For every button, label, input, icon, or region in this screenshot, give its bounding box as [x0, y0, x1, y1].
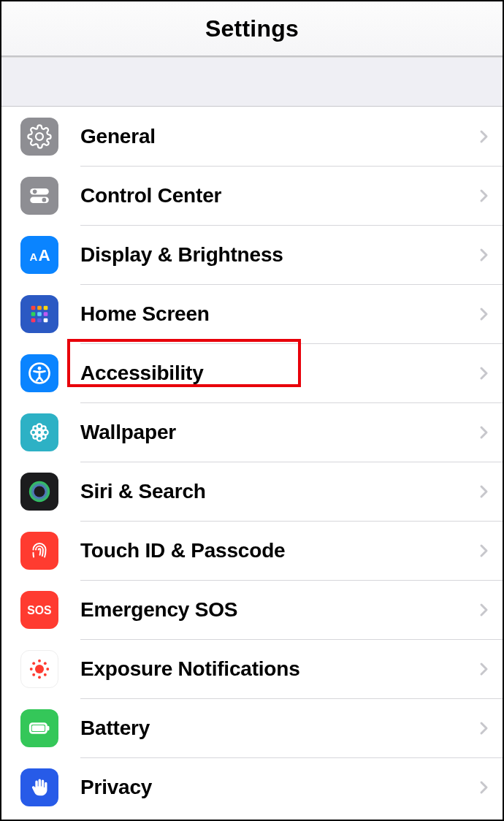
hand-icon [20, 768, 58, 806]
page-title: Settings [205, 15, 299, 42]
row-control-center[interactable]: Control Center [1, 166, 503, 225]
svg-rect-40 [47, 725, 49, 730]
section-gap [1, 57, 503, 107]
row-emergency-sos[interactable]: SOS Emergency SOS [1, 580, 503, 639]
svg-point-22 [33, 426, 37, 430]
svg-text:SOS: SOS [27, 604, 51, 616]
row-label: Touch ID & Passcode [80, 539, 475, 562]
svg-text:A: A [30, 250, 38, 262]
svg-point-17 [37, 429, 42, 434]
svg-text:A: A [39, 245, 50, 264]
flower-icon [20, 413, 58, 451]
row-home-screen[interactable]: Home Screen [1, 284, 503, 343]
row-privacy[interactable]: Privacy [1, 757, 503, 817]
row-touchid-passcode[interactable]: Touch ID & Passcode [1, 521, 503, 580]
row-label: Wallpaper [80, 421, 475, 444]
svg-rect-6 [31, 305, 36, 310]
svg-point-35 [44, 662, 47, 665]
chevron-right-icon [475, 483, 492, 500]
navbar: Settings [1, 1, 503, 56]
svg-rect-7 [37, 305, 42, 310]
svg-point-27 [34, 486, 45, 497]
svg-rect-14 [44, 318, 48, 322]
chevron-right-icon [475, 660, 492, 678]
svg-point-30 [38, 659, 41, 662]
svg-point-36 [32, 673, 35, 676]
gear-icon [20, 118, 58, 156]
row-label: Accessibility [80, 362, 475, 385]
textsize-icon: AA [20, 236, 58, 274]
row-label: Privacy [80, 776, 475, 799]
row-exposure-notifications[interactable]: Exposure Notifications [1, 639, 503, 698]
row-general[interactable]: General [1, 107, 503, 166]
svg-point-37 [44, 673, 47, 676]
svg-point-34 [32, 662, 35, 665]
settings-list: General Control Center AA Display & Brig… [1, 107, 503, 820]
row-accessibility[interactable]: Accessibility [1, 343, 503, 402]
exposure-icon [20, 650, 58, 688]
row-battery[interactable]: Battery [1, 698, 503, 757]
svg-rect-13 [37, 318, 42, 322]
svg-point-32 [30, 668, 33, 671]
svg-point-31 [38, 676, 41, 679]
svg-rect-9 [31, 312, 36, 316]
svg-rect-39 [32, 725, 45, 731]
row-label: Display & Brightness [80, 243, 475, 267]
svg-point-1 [33, 189, 37, 194]
toggles-icon [20, 177, 58, 215]
chevron-right-icon [475, 719, 492, 737]
appgrid-icon [20, 295, 58, 333]
svg-point-24 [33, 434, 37, 438]
row-wallpaper[interactable]: Wallpaper [1, 402, 503, 462]
chevron-right-icon [475, 305, 492, 323]
settings-screen: Settings General Control Center [0, 0, 504, 821]
row-display-brightness[interactable]: AA Display & Brightness [1, 225, 503, 284]
chevron-right-icon [475, 364, 492, 382]
row-label: Siri & Search [80, 480, 475, 503]
accessibility-icon [20, 354, 58, 392]
svg-point-29 [35, 665, 44, 673]
svg-point-23 [42, 426, 46, 430]
svg-point-33 [46, 668, 49, 671]
svg-point-16 [38, 366, 42, 370]
row-label: Control Center [80, 184, 475, 207]
chevron-right-icon [475, 187, 492, 205]
svg-rect-12 [31, 318, 36, 322]
svg-rect-10 [37, 312, 42, 316]
chevron-right-icon [475, 601, 492, 619]
row-label: General [80, 125, 475, 148]
svg-point-3 [42, 197, 47, 202]
row-label: Exposure Notifications [80, 657, 475, 681]
row-siri-search[interactable]: Siri & Search [1, 462, 503, 521]
fingerprint-icon [20, 532, 58, 570]
chevron-right-icon [475, 542, 492, 560]
chevron-right-icon [475, 779, 492, 796]
svg-rect-8 [44, 305, 48, 310]
row-label: Battery [80, 717, 475, 740]
row-label: Emergency SOS [80, 598, 475, 622]
svg-rect-11 [44, 312, 48, 316]
battery-icon [20, 709, 58, 747]
chevron-right-icon [475, 246, 492, 264]
chevron-right-icon [475, 128, 492, 145]
row-label: Home Screen [80, 302, 475, 326]
siri-icon [20, 473, 58, 511]
sos-icon: SOS [20, 591, 58, 629]
chevron-right-icon [475, 424, 492, 441]
svg-point-25 [42, 434, 46, 438]
